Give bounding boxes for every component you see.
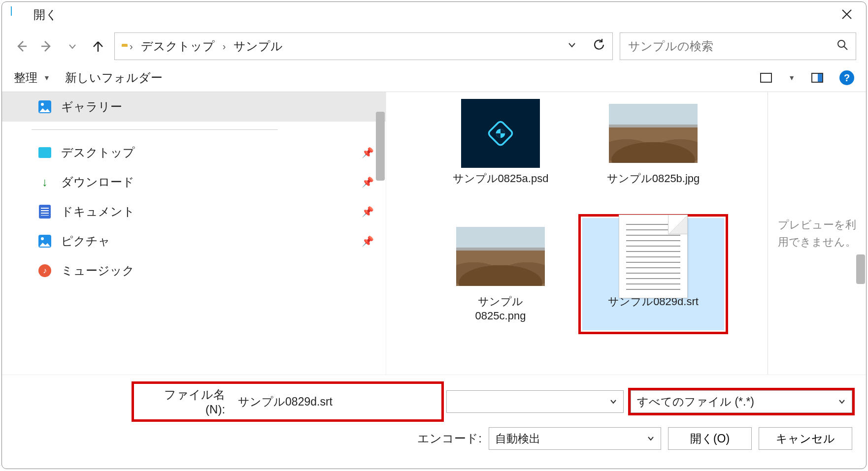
- address-bar[interactable]: › デスクトップ › サンプル: [114, 32, 613, 60]
- address-dropdown[interactable]: [567, 40, 577, 53]
- preview-unavailable-text: プレビューを利用できません。: [773, 216, 861, 251]
- sidebar-scrollbar[interactable]: [376, 112, 385, 181]
- close-button[interactable]: [836, 4, 857, 25]
- search-box[interactable]: [620, 32, 856, 60]
- forward-button[interactable]: [37, 37, 56, 56]
- pin-icon: 📌: [362, 147, 374, 158]
- new-folder-button[interactable]: 新しいフォルダー: [65, 70, 163, 86]
- sidebar-item-pictures[interactable]: ピクチャ 📌: [2, 226, 386, 256]
- sidebar-item-label: ピクチャ: [61, 233, 110, 249]
- preview-pane: プレビューを利用できません。: [768, 92, 866, 375]
- filename-combo[interactable]: [446, 390, 624, 413]
- titlebar: 開く: [2, 2, 866, 28]
- open-button[interactable]: 開く(O): [668, 427, 752, 450]
- help-button[interactable]: ?: [839, 70, 854, 85]
- download-icon: ↓: [37, 175, 52, 189]
- view-mode-button[interactable]: [759, 72, 773, 84]
- filename-input[interactable]: [232, 390, 435, 413]
- up-button[interactable]: [89, 37, 107, 56]
- pin-icon: 📌: [362, 176, 374, 188]
- chevron-right-icon: ›: [223, 41, 226, 52]
- psd-icon: [461, 99, 540, 168]
- sidebar-item-music[interactable]: ミュージック: [2, 256, 386, 285]
- search-icon: [837, 39, 848, 53]
- sidebar-item-label: ギャラリー: [61, 99, 122, 115]
- chevron-down-icon: ▼: [43, 74, 50, 82]
- file-pane: サンプル0825a.psd サンプル0825b.jpg サンプル0825c.pn…: [386, 92, 866, 375]
- divider: [32, 129, 278, 130]
- text-file-icon: [619, 215, 688, 298]
- pin-icon: 📌: [362, 235, 374, 247]
- gallery-icon: [37, 99, 52, 114]
- navigation-row: › デスクトップ › サンプル: [2, 28, 866, 67]
- sidebar-item-label: ダウンロード: [61, 174, 134, 190]
- notepad-app-icon: [11, 7, 25, 23]
- file-item-png[interactable]: サンプル0825c.png: [427, 215, 574, 333]
- preview-pane-toggle[interactable]: [810, 72, 825, 84]
- organize-menu[interactable]: 整理: [14, 70, 37, 86]
- pin-icon: 📌: [362, 206, 374, 218]
- cancel-button[interactable]: キャンセル: [759, 427, 852, 450]
- filename-label: ファイル名(N):: [146, 387, 225, 416]
- sidebar: ギャラリー デスクトップ 📌 ↓ ダウンロード 📌 ドキュメント 📌 ピクチャ: [2, 92, 386, 375]
- chevron-down-icon: [838, 395, 846, 408]
- sidebar-item-label: ミュージック: [61, 263, 134, 279]
- file-grid[interactable]: サンプル0825a.psd サンプル0825b.jpg サンプル0825c.pn…: [386, 92, 768, 375]
- file-item-psd[interactable]: サンプル0825a.psd: [427, 92, 574, 210]
- breadcrumb-segment[interactable]: サンプル: [234, 38, 283, 54]
- sidebar-item-gallery[interactable]: ギャラリー: [2, 92, 386, 122]
- file-item-jpg[interactable]: サンプル0825b.jpg: [579, 92, 727, 210]
- file-type-filter[interactable]: すべてのファイル (*.*): [631, 390, 852, 413]
- sidebar-item-label: デスクトップ: [61, 145, 135, 160]
- music-icon: [37, 263, 52, 278]
- search-input[interactable]: [628, 39, 837, 53]
- file-name: サンプル0825a.psd: [453, 172, 549, 186]
- file-thumbnail: [456, 222, 545, 291]
- sidebar-item-desktop[interactable]: デスクトップ 📌: [2, 138, 386, 167]
- recent-dropdown[interactable]: [63, 37, 82, 56]
- dialog-title: 開く: [33, 7, 58, 23]
- encoding-select[interactable]: 自動検出: [489, 427, 661, 450]
- encoding-value: 自動検出: [495, 431, 540, 446]
- preview-scrollbar[interactable]: [856, 254, 865, 284]
- document-icon: [37, 204, 52, 219]
- file-thumbnail: [609, 99, 698, 168]
- encoding-label: エンコード:: [417, 431, 482, 446]
- chevron-down-icon: [609, 395, 617, 408]
- sidebar-item-label: ドキュメント: [61, 204, 135, 220]
- breadcrumb-segment[interactable]: デスクトップ: [141, 38, 215, 54]
- chevron-down-icon[interactable]: ▼: [788, 74, 795, 82]
- desktop-icon: [37, 145, 52, 160]
- bottom-controls: ファイル名(N): すべてのファイル (*.*) エンコード: 自動検出 開く(…: [2, 375, 866, 469]
- sidebar-item-documents[interactable]: ドキュメント 📌: [2, 197, 386, 226]
- file-item-srt[interactable]: サンプル0829d.srt: [579, 215, 727, 333]
- sidebar-item-downloads[interactable]: ↓ ダウンロード 📌: [2, 167, 386, 197]
- image-thumbnail-icon: [609, 104, 698, 163]
- file-name: サンプル0825c.png: [475, 295, 526, 323]
- refresh-button[interactable]: [593, 38, 605, 55]
- filter-value: すべてのファイル (*.*): [637, 394, 754, 409]
- chevron-down-icon: [647, 432, 655, 445]
- file-thumbnail: [456, 99, 545, 168]
- toolbar: 整理 ▼ 新しいフォルダー ▼ ?: [2, 67, 866, 92]
- pictures-icon: [37, 234, 52, 249]
- chevron-right-icon: ›: [130, 41, 133, 52]
- main-area: ギャラリー デスクトップ 📌 ↓ ダウンロード 📌 ドキュメント 📌 ピクチャ: [2, 92, 866, 375]
- file-thumbnail: [609, 222, 698, 291]
- file-name: サンプル0825b.jpg: [607, 172, 700, 186]
- image-thumbnail-icon: [456, 227, 545, 286]
- svg-point-0: [838, 40, 845, 47]
- back-button[interactable]: [12, 37, 31, 56]
- open-file-dialog: 開く › デスクトップ › サンプル: [1, 1, 867, 469]
